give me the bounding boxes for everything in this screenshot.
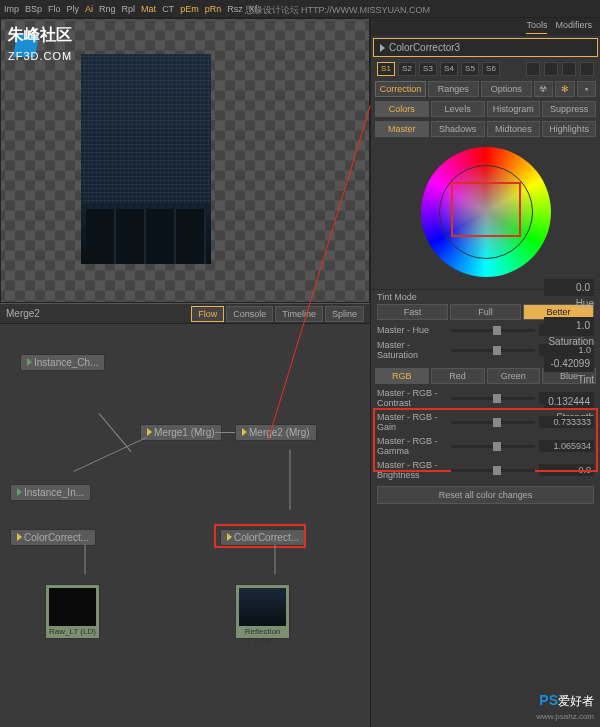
master-sat-label: Master - Saturation	[377, 340, 447, 360]
tab-histogram[interactable]: Histogram	[487, 101, 541, 117]
tintmode-fast[interactable]: Fast	[377, 304, 448, 320]
script-icon[interactable]: ▪	[577, 81, 596, 97]
tab-red[interactable]: Red	[431, 368, 485, 384]
tab-highlights[interactable]: Highlights	[542, 121, 596, 137]
menu-icon[interactable]	[580, 62, 594, 76]
menu-pem[interactable]: pEm	[180, 4, 199, 14]
tab-shadows[interactable]: Shadows	[431, 121, 485, 137]
menu-rng[interactable]: Rng	[99, 4, 116, 14]
master-sat-slider[interactable]	[451, 349, 535, 352]
saturation-label: Saturation	[548, 336, 594, 347]
node-editor[interactable]: Merge2 Flow Console Timeline Spline Inst…	[0, 303, 370, 727]
tab-timeline[interactable]: Timeline	[275, 306, 323, 322]
tab-ranges[interactable]: Ranges	[428, 81, 479, 97]
tab-suppress[interactable]: Suppress	[542, 101, 596, 117]
tab-tools[interactable]: Tools	[526, 20, 547, 34]
node-raw-lt[interactable]: Raw_LT (LD)	[45, 584, 100, 639]
tint-value[interactable]: -0.42099	[544, 355, 594, 372]
watermark-top: 思缘设计论坛 HTTP://WWW.MISSYUAN.COM	[245, 4, 431, 17]
slot-s3[interactable]: S3	[419, 62, 437, 76]
watermark-bottom: PS爱好者 www.psahz.com	[536, 692, 594, 721]
slot-s4[interactable]: S4	[440, 62, 458, 76]
node-merge1[interactable]: Merge1 (Mrg)	[140, 424, 222, 441]
reset-button[interactable]: Reset all color changes	[377, 486, 594, 504]
tab-colors[interactable]: Colors	[375, 101, 429, 117]
highlight-colorcorrect	[214, 524, 306, 548]
slot-s5[interactable]: S5	[461, 62, 479, 76]
menu-mat[interactable]: Mat	[141, 4, 156, 14]
tab-rgb[interactable]: RGB	[375, 368, 429, 384]
save-icon[interactable]	[562, 62, 576, 76]
hue-value[interactable]: 0.0	[544, 279, 594, 296]
tintmode-full[interactable]: Full	[450, 304, 521, 320]
slot-row: S1 S2 S3 S4 S5 S6	[371, 59, 600, 79]
menu-prn[interactable]: pRn	[205, 4, 222, 14]
slot-s1[interactable]: S1	[377, 62, 395, 76]
building-preview	[81, 54, 211, 264]
node-colorcorrect-left[interactable]: ColorCorrect...	[10, 529, 96, 546]
tab-midtones[interactable]: Midtones	[487, 121, 541, 137]
color-wheel[interactable]	[421, 147, 551, 277]
nodeview-title: Merge2	[6, 308, 40, 319]
logo-text: 朱峰社区	[8, 25, 72, 46]
tab-modifiers[interactable]: Modifiers	[555, 20, 592, 34]
node-instance-in[interactable]: Instance_In...	[10, 484, 91, 501]
menu-ai[interactable]: Ai	[85, 4, 93, 14]
menu-ply[interactable]: Ply	[67, 4, 80, 14]
slot-s6[interactable]: S6	[482, 62, 500, 76]
lock-icon[interactable]	[526, 62, 540, 76]
highlight-colorwheel	[451, 182, 521, 237]
gear-icon[interactable]: ✻	[555, 81, 574, 97]
inspector-panel: Tools Modifiers ColorCorrector3 S1 S2 S3…	[370, 18, 600, 727]
menu-ct[interactable]: CT	[162, 4, 174, 14]
tab-levels[interactable]: Levels	[431, 101, 485, 117]
wand-icon[interactable]	[544, 62, 558, 76]
tab-spline[interactable]: Spline	[325, 306, 364, 322]
tab-options[interactable]: Options	[481, 81, 532, 97]
master-hue-slider[interactable]	[451, 329, 535, 332]
master-hue-label: Master - Hue	[377, 325, 447, 335]
menu-bsp[interactable]: BSp	[25, 4, 42, 14]
tint-label: Tint	[578, 374, 594, 385]
node-merge2[interactable]: Merge2 (Mrg)	[235, 424, 317, 441]
tab-console[interactable]: Console	[226, 306, 273, 322]
brightness-slider[interactable]	[451, 469, 535, 472]
node-reflection[interactable]: Reflection (LD)	[235, 584, 290, 639]
saturation-value[interactable]: 1.0	[544, 317, 594, 334]
hue-label: Hue	[576, 298, 594, 309]
slot-s2[interactable]: S2	[398, 62, 416, 76]
menu-rpl[interactable]: Rpl	[122, 4, 136, 14]
tab-master[interactable]: Master	[375, 121, 429, 137]
node-instance-ch[interactable]: Instance_Ch...	[20, 354, 105, 371]
logo-url: ZF3D.COM	[8, 50, 72, 62]
contrast-slider[interactable]	[451, 397, 535, 400]
gamma-slider[interactable]	[451, 445, 535, 448]
radiation-icon[interactable]: ☢	[534, 81, 553, 97]
gain-slider[interactable]	[451, 421, 535, 424]
menu-rsz[interactable]: Rsz	[227, 4, 243, 14]
menu-flo[interactable]: Flo	[48, 4, 61, 14]
highlight-gain-gamma	[373, 408, 598, 472]
tab-flow[interactable]: Flow	[191, 306, 224, 322]
tab-green[interactable]: Green	[487, 368, 541, 384]
menu-imp[interactable]: Imp	[4, 4, 19, 14]
contrast-label: Master - RGB - Contrast	[377, 388, 447, 408]
tab-correction[interactable]: Correction	[375, 81, 426, 97]
panel-title[interactable]: ColorCorrector3	[373, 38, 598, 57]
